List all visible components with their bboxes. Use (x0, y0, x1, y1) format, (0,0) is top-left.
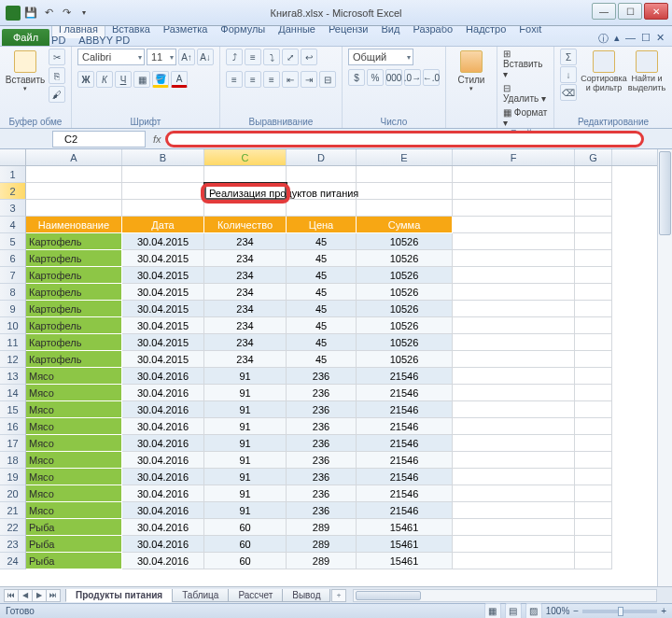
vscroll-thumb[interactable] (659, 151, 671, 235)
cell[interactable] (453, 267, 575, 284)
cell[interactable] (575, 284, 612, 301)
table-cell-price[interactable]: 45 (287, 267, 357, 284)
cell[interactable] (453, 200, 575, 217)
italic-icon[interactable]: К (96, 71, 113, 88)
table-cell-qty[interactable]: 91 (204, 435, 287, 452)
table-cell-date[interactable]: 30.04.2015 (122, 284, 204, 301)
table-cell-sum[interactable]: 10526 (357, 267, 453, 284)
cell[interactable] (204, 200, 287, 217)
fx-icon[interactable]: fx (153, 133, 161, 145)
table-cell-sum[interactable]: 21546 (357, 401, 453, 418)
table-cell-date[interactable]: 30.04.2016 (122, 469, 204, 485)
table-cell-date[interactable]: 30.04.2016 (122, 385, 204, 401)
table-cell-sum[interactable]: 21546 (357, 385, 453, 401)
cell[interactable] (122, 183, 204, 200)
clear-icon[interactable]: ⌫ (560, 84, 577, 101)
cell[interactable] (453, 301, 575, 317)
table-cell-price[interactable]: 236 (287, 502, 357, 519)
view-break-icon[interactable]: ▨ (525, 603, 542, 619)
row-header[interactable]: 7 (0, 267, 26, 284)
table-cell-qty[interactable]: 91 (204, 385, 287, 401)
merge-icon[interactable]: ⊟ (319, 71, 336, 88)
cell[interactable] (453, 317, 575, 334)
table-cell-name[interactable]: Картофель (26, 233, 122, 250)
col-header-A[interactable]: A (26, 149, 122, 165)
underline-icon[interactable]: Ч (115, 71, 132, 88)
table-cell-name[interactable]: Мясо (26, 385, 122, 401)
table-cell-price[interactable]: 45 (287, 334, 357, 351)
cell[interactable] (453, 166, 575, 183)
cell[interactable] (575, 250, 612, 267)
border-icon[interactable]: ▦ (133, 71, 150, 88)
row-header[interactable]: 18 (0, 452, 26, 469)
cell[interactable] (575, 183, 612, 200)
find-select-button[interactable]: Найти и выделить (627, 49, 666, 93)
font-color-icon[interactable]: A (171, 71, 188, 88)
table-cell-name[interactable]: Мясо (26, 452, 122, 469)
table-header[interactable]: Дата (122, 217, 204, 233)
col-header-G[interactable]: G (575, 149, 612, 165)
table-cell-price[interactable]: 289 (287, 519, 357, 536)
table-cell-sum[interactable]: 10526 (357, 334, 453, 351)
cell[interactable] (453, 334, 575, 351)
table-cell-name[interactable]: Картофель (26, 351, 122, 368)
percent-icon[interactable]: % (367, 69, 384, 86)
table-cell-name[interactable]: Картофель (26, 250, 122, 267)
cell[interactable] (575, 217, 612, 233)
table-cell-sum[interactable]: 21546 (357, 368, 453, 385)
table-cell-sum[interactable]: 15461 (357, 553, 453, 569)
orientation-icon[interactable]: ⤢ (282, 49, 299, 65)
new-sheet-icon[interactable]: ＋ (331, 589, 346, 602)
table-cell-price[interactable]: 236 (287, 401, 357, 418)
paste-button[interactable]: Вставить ▾ (6, 49, 45, 92)
table-cell-date[interactable]: 30.04.2016 (122, 401, 204, 418)
sort-filter-button[interactable]: Сортировка и фильтр (584, 49, 623, 93)
cell[interactable] (357, 200, 453, 217)
cell[interactable] (575, 401, 612, 418)
cell[interactable] (453, 250, 575, 267)
fill-icon[interactable]: ↓ (560, 66, 577, 83)
number-format-combo[interactable]: Общий (348, 49, 413, 65)
comma-icon[interactable]: 000 (385, 69, 402, 86)
cell[interactable] (287, 200, 357, 217)
cell[interactable] (575, 267, 612, 284)
table-cell-price[interactable]: 236 (287, 385, 357, 401)
cut-icon[interactable]: ✂ (49, 49, 65, 65)
table-cell-price[interactable]: 289 (287, 553, 357, 569)
redo-icon[interactable]: ↷ (59, 6, 74, 21)
table-cell-qty[interactable]: 234 (204, 351, 287, 368)
cell[interactable] (575, 452, 612, 469)
cell[interactable] (26, 200, 122, 217)
row-header[interactable]: 1 (0, 166, 26, 183)
table-cell-qty[interactable]: 234 (204, 334, 287, 351)
table-cell-sum[interactable]: 21546 (357, 485, 453, 502)
autosum-icon[interactable]: Σ (560, 49, 577, 65)
align-middle-icon[interactable]: ≡ (245, 49, 261, 65)
cell[interactable] (453, 485, 575, 502)
table-cell-qty[interactable]: 91 (204, 418, 287, 435)
vertical-scrollbar[interactable] (657, 149, 672, 586)
file-tab[interactable]: Файл (2, 29, 49, 46)
maximize-button[interactable]: ☐ (618, 3, 642, 20)
table-cell-sum[interactable]: 21546 (357, 418, 453, 435)
table-cell-name[interactable]: Мясо (26, 368, 122, 385)
view-layout-icon[interactable]: ▤ (505, 603, 522, 619)
ribbon-minimize-icon[interactable]: ▴ (614, 32, 620, 46)
styles-button[interactable]: Стили ▾ (452, 49, 491, 92)
cell[interactable] (453, 233, 575, 250)
table-cell-price[interactable]: 236 (287, 368, 357, 385)
cell[interactable] (122, 200, 204, 217)
table-cell-name[interactable]: Картофель (26, 301, 122, 317)
cell[interactable] (453, 469, 575, 485)
table-cell-price[interactable]: 45 (287, 233, 357, 250)
cell[interactable] (575, 418, 612, 435)
cell[interactable] (357, 183, 453, 200)
row-header[interactable]: 10 (0, 317, 26, 334)
row-header[interactable]: 14 (0, 385, 26, 401)
table-cell-price[interactable]: 45 (287, 284, 357, 301)
row-header[interactable]: 19 (0, 469, 26, 485)
cell[interactable] (453, 452, 575, 469)
table-cell-name[interactable]: Картофель (26, 334, 122, 351)
table-cell-name[interactable]: Мясо (26, 401, 122, 418)
row-header[interactable]: 22 (0, 519, 26, 536)
